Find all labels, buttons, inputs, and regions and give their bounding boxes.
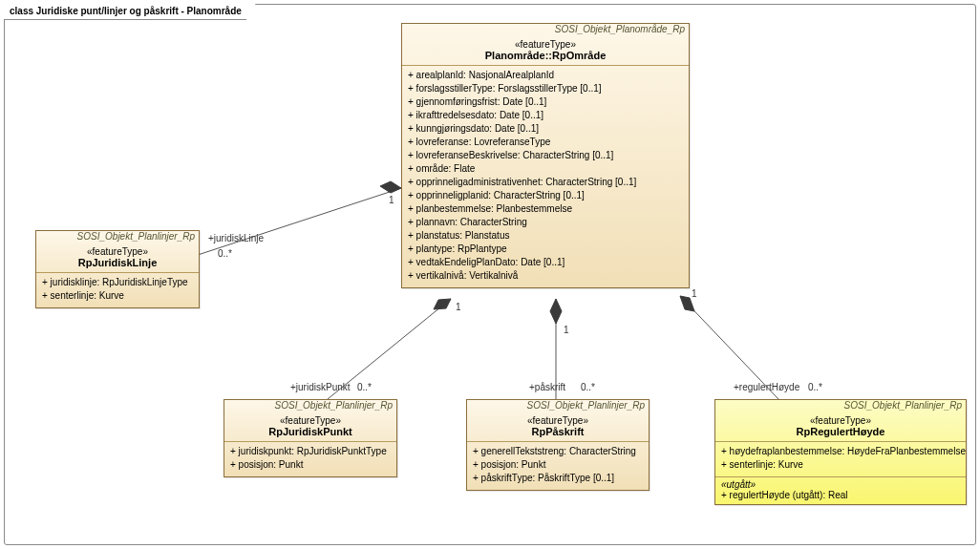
utgatt-section: «utgått» + regulertHøyde (utgått): Real bbox=[715, 476, 966, 504]
class-header: «featureType» RpPåskrift bbox=[467, 412, 649, 442]
stereotype: «featureType» bbox=[408, 39, 683, 50]
pkg-label: SOSI_Objekt_Planlinjer_Rp bbox=[36, 231, 199, 243]
mult-paskrift: 0..* bbox=[581, 382, 595, 392]
class-header: «featureType» Planområde::RpOmråde bbox=[402, 36, 689, 66]
mult-juridisklinje: 0..* bbox=[218, 248, 232, 259]
class-name: Planområde::RpOmråde bbox=[408, 50, 683, 61]
attrs: + arealplanId: NasjonalArealplanId + for… bbox=[402, 66, 689, 287]
attrs: + høydefraplanbestemmelse: HøydeFraPlanb… bbox=[715, 442, 966, 476]
class-name: RpRegulertHøyde bbox=[721, 426, 960, 437]
role-paskrift: +påskrift bbox=[529, 382, 565, 392]
uml-canvas: class Juridiske punt/linjer og påskrift … bbox=[0, 0, 980, 549]
class-name: RpJuridiskLinje bbox=[42, 257, 193, 268]
attrs: + juridisklinje: RpJuridiskLinjeType + s… bbox=[36, 273, 199, 307]
role-juridisklinje: +juridiskLinje bbox=[208, 233, 264, 243]
stereotype: «featureType» bbox=[473, 415, 643, 426]
mult-parent-pa: 1 bbox=[564, 325, 569, 335]
class-name: RpPåskrift bbox=[473, 426, 643, 437]
pkg-label: SOSI_Objekt_Planlinjer_Rp bbox=[715, 400, 966, 412]
mult-regulerthoyde: 0..* bbox=[808, 382, 822, 392]
mult-parent-jp: 1 bbox=[456, 302, 461, 312]
diagram-title: class Juridiske punt/linjer og påskrift … bbox=[4, 4, 256, 20]
class-header: «featureType» RpJuridiskLinje bbox=[36, 243, 199, 273]
pkg-label: SOSI_Objekt_Planlinjer_Rp bbox=[224, 400, 396, 412]
pkg-label: SOSI_Objekt_Planlinjer_Rp bbox=[467, 400, 649, 412]
role-juridiskpunkt: +juridiskPunkt bbox=[290, 382, 351, 392]
class-rpjuridiskpunkt: SOSI_Objekt_Planlinjer_Rp «featureType» … bbox=[224, 399, 397, 477]
class-name: RpJuridiskPunkt bbox=[230, 426, 391, 437]
attrs: + juridiskpunkt: RpJuridiskPunktType + p… bbox=[224, 442, 396, 476]
role-regulerthoyde: +regulertHøyde bbox=[734, 382, 799, 392]
class-rpregulerthoyde: SOSI_Objekt_Planlinjer_Rp «featureType» … bbox=[714, 399, 967, 505]
class-header: «featureType» RpRegulertHøyde bbox=[715, 412, 966, 442]
class-header: «featureType» RpJuridiskPunkt bbox=[224, 412, 396, 442]
class-rpjuridisklinje: SOSI_Objekt_Planlinjer_Rp «featureType» … bbox=[35, 230, 200, 308]
stereotype: «featureType» bbox=[721, 415, 960, 426]
attrs: + generellTekststreng: CharacterString +… bbox=[467, 442, 649, 490]
mult-juridiskpunkt: 0..* bbox=[357, 382, 372, 392]
mult-parent-rh: 1 bbox=[692, 288, 697, 299]
class-planomrade: SOSI_Objekt_Planområde_Rp «featureType» … bbox=[401, 23, 690, 288]
mult-parent-jl: 1 bbox=[389, 195, 394, 205]
stereotype: «featureType» bbox=[42, 246, 193, 257]
pkg-label: SOSI_Objekt_Planområde_Rp bbox=[402, 24, 689, 36]
stereotype: «featureType» bbox=[230, 415, 391, 426]
class-rppaskrift: SOSI_Objekt_Planlinjer_Rp «featureType» … bbox=[466, 399, 650, 491]
